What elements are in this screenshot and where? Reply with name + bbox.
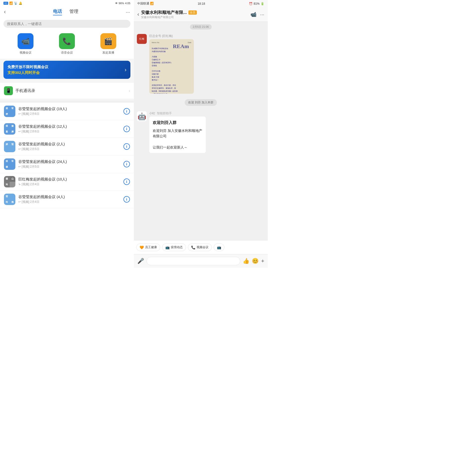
like-button[interactable]: 👍 (243, 258, 249, 264)
back-button-left[interactable]: ‹ (4, 9, 6, 15)
status-bar-right: 中国联通 📶 18:18 ⏰ 81% 🔋 (134, 0, 268, 7)
bot-line-1: 欢迎刘芬 加入安徽水利和顺地产 (153, 128, 202, 133)
more-button-left[interactable]: ··· (126, 9, 130, 15)
contacts-arrow-icon: › (129, 89, 130, 93)
more-icon-right[interactable]: ··· (260, 12, 264, 17)
system-msg-bubble: 欢迎 刘芬 加入本群 (185, 99, 217, 106)
search-input[interactable] (3, 20, 130, 28)
call-info-6: 谷莹莹发起的视频会议 (4人) ↩ [视频] 2月4日 (15, 195, 123, 204)
notebook-sub-1: ①均匀分散 (152, 70, 191, 72)
call-meta-1: ↩ [视频] 2月6日 (18, 112, 120, 116)
right-panel: 中国联通 📶 18:18 ⏰ 81% 🔋 ‹ 安徽水利和顺地产有限... 全员 … (134, 0, 268, 268)
chat-title: 安徽水利和顺地产有限... (141, 10, 187, 15)
info-button-6[interactable]: i (123, 196, 130, 203)
call-item[interactable]: 莹玲梅 谷莹莹发起的视频会议 (4人) ↩ [视频] 2月4日 i (0, 191, 134, 208)
call-info-3: 谷莹莹发起的视频会议 (2人) ↩ [视频] 2月5日 (15, 142, 123, 151)
back-button-right[interactable]: ‹ (137, 11, 139, 18)
notebook-section-title: 力措施 (152, 56, 191, 58)
msg-image-1[interactable]: Memo No. Date 到1楼客厅对讲机告知 沟通管控内容实施 力措施 ①建… (149, 39, 194, 94)
call-item[interactable]: 煜军婷 谷莹莹发起的视频会议 (19人) ↩ [视频] 2月6日 i (0, 103, 134, 120)
avatar-label-1: 红梅 (139, 37, 144, 41)
left-panel: HD 📶 📡 🔔 👁 96% 4:05 ‹ 电话 管理 ··· 📹 视频会议 📞 (0, 0, 134, 268)
contacts-phone-icon: 📱 (4, 86, 13, 95)
health-label: 员工健康 (145, 245, 157, 249)
time-right: 18:18 (198, 2, 205, 5)
quick-btn-epidemic[interactable]: 📺 疫情动态 (162, 243, 186, 251)
call-item[interactable]: 煜健童膦 谷莹莹发起的视频会议 (12人) ↩ [视频] 2月6日 i (0, 120, 134, 138)
chat-header-right: 📹 ··· (250, 11, 264, 17)
notebook-line-2: 沟通管控内容实施 (152, 50, 191, 53)
call-meta-2: ↩ [视频] 2月6日 (18, 129, 120, 134)
quick-btn-health[interactable]: 🧡 员工健康 (136, 243, 160, 251)
banner-arrow-icon: › (125, 67, 126, 73)
avatar-1: 煜军婷 (4, 106, 15, 117)
bell-icon: 🔔 (19, 1, 22, 5)
emoji-button[interactable]: 😊 (252, 258, 259, 264)
battery-right: ⏰ 81% 🔋 (249, 2, 264, 5)
quick-btn-tv[interactable]: 📺 (214, 243, 224, 251)
avatar-6: 莹玲梅 (4, 194, 15, 205)
bot-content: 小钉 智能群助手 欢迎刘芬入群 欢迎刘芬 加入安徽水利和顺地产 有限公司 让我们… (149, 111, 206, 153)
signal-icon: 📶 (9, 1, 13, 5)
avatar-3: 婷莹 (4, 141, 15, 152)
chat-subtitle: 安徽水利和顺地产有限公司 (141, 15, 197, 19)
voice-meeting-action[interactable]: 📞 语音会议 (59, 33, 75, 55)
live-label: 发起直播 (102, 51, 114, 55)
battery-icon-left: 96% (119, 2, 124, 5)
quick-btn-video[interactable]: 📞 视频会议 (188, 243, 212, 251)
video-meeting-action[interactable]: 📹 视频会议 (18, 33, 33, 55)
divider (0, 101, 134, 103)
call-title-3: 谷莹莹发起的视频会议 (2人) (18, 142, 120, 147)
call-info-5: 巨红梅发起的视频会议 (10人) ↳ [视频] 2月4日 (15, 177, 123, 186)
call-item[interactable]: 婷莹 谷莹莹发起的视频会议 (2人) ↩ [视频] 2月5日 i (0, 138, 134, 155)
live-action[interactable]: 🎬 发起直播 (100, 33, 116, 55)
call-meta-6: ↩ [视频] 2月4日 (18, 200, 120, 204)
notebook-note-4: （通知车辆时间分开） (152, 93, 191, 94)
info-button-4[interactable]: i (123, 161, 130, 167)
hd-icon: HD (3, 2, 8, 5)
banner-line2: 支持302人同时开会 (7, 70, 48, 76)
notebook-note-1: 在指定停车区，靠右行驶，停在 (152, 84, 191, 86)
info-button-2[interactable]: i (123, 126, 130, 132)
contacts-section[interactable]: 📱 手机通讯录 › (0, 83, 134, 99)
quick-actions-bar: 🧡 员工健康 📺 疫情动态 📞 视频会议 📺 (134, 240, 268, 254)
info-button-5[interactable]: i (123, 178, 130, 185)
call-item[interactable]: 煜军健 谷莹莹发起的视频会议 (24人) ↩ [视频] 2月5日 i (0, 155, 134, 173)
notebook-note-2: 停车区右侧停车。避免乱停，影 (152, 87, 191, 89)
action-icons: 📹 视频会议 📞 语音会议 🎬 发起直播 (0, 31, 134, 59)
call-item[interactable]: 珊 山 玲 巨红梅发起的视频会议 (10人) ↳ [视频] 2月4日 i (0, 173, 134, 191)
bot-sender: 小钉 智能群助手 (149, 111, 206, 116)
live-icon: 🎬 (100, 33, 116, 49)
chat-messages: 红梅 巨总全号 (巨红梅) Memo No. Date 到1楼客厅对讲机告知 沟… (134, 32, 268, 240)
video-call-icon[interactable]: 📹 (250, 11, 257, 17)
plus-button[interactable]: + (261, 258, 264, 264)
notebook-note-3: 响交通。同时避免有车辆一起到来 (152, 90, 191, 92)
chat-date-badge: 2月5日 21:06 (190, 24, 212, 30)
search-bar (0, 18, 134, 31)
avatar-4: 煜军健 (4, 158, 15, 170)
epidemic-icon: 📺 (165, 245, 170, 249)
info-button-3[interactable]: i (123, 143, 130, 150)
status-bar-right-icons-left: 👁 96% 4:05 (115, 2, 130, 5)
notebook-body-3: ③请批 (152, 64, 191, 67)
header-left: ‹ 电话 管理 ··· (0, 6, 134, 18)
promo-banner[interactable]: 免费开放不限时视频会议 支持302人同时开会 › (3, 61, 130, 79)
alarm-icon: ⏰ (249, 2, 253, 5)
banner-line1: 免费开放不限时视频会议 (7, 64, 48, 70)
call-title-6: 谷莹莹发起的视频会议 (4人) (18, 195, 120, 199)
voice-button[interactable]: 🎤 (137, 258, 144, 264)
health-icon: 🧡 (140, 245, 144, 249)
tab-manage[interactable]: 管理 (69, 8, 78, 15)
info-button-1[interactable]: i (123, 108, 130, 115)
notebook-sub-3: 集成 行驶 (152, 76, 191, 78)
chat-date: 2月5日 21:06 (134, 22, 268, 32)
chat-input-field[interactable] (147, 257, 240, 265)
msg-avatar-1: 红梅 (137, 34, 147, 44)
msg-sender-1: 巨总全号 (巨红梅) (149, 34, 194, 38)
tab-phone[interactable]: 电话 (53, 8, 62, 15)
msg-content-1: 巨总全号 (巨红梅) Memo No. Date 到1楼客厅对讲机告知 沟通管控… (149, 34, 194, 94)
call-title-1: 谷莹莹发起的视频会议 (19人) (18, 107, 120, 111)
battery-icon-right: 🔋 (261, 2, 264, 5)
call-info-4: 谷莹莹发起的视频会议 (24人) ↩ [视频] 2月5日 (15, 159, 123, 169)
call-title-5: 巨红梅发起的视频会议 (10人) (18, 177, 120, 182)
